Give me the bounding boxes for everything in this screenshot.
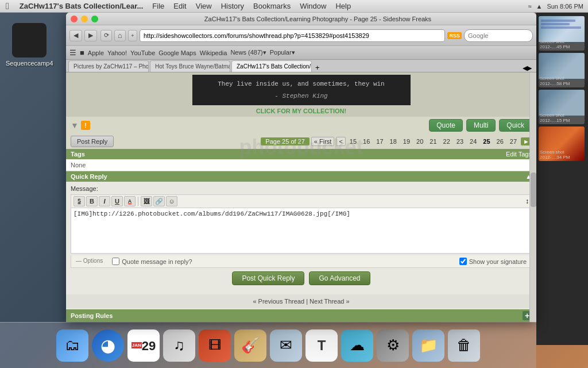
dock-typora[interactable]: T [305, 329, 338, 362]
underline-button[interactable]: U [111, 196, 123, 206]
page-22[interactable]: 22 [441, 137, 452, 145]
scrollbar[interactable] [529, 72, 536, 322]
desktop-icon-sequencecamp4[interactable]: Sequencecamp4 [6, 23, 53, 67]
bookmark-google-maps[interactable]: Google Maps [158, 49, 196, 56]
menu-help[interactable]: Help [331, 2, 355, 10]
dock-photos[interactable]: 🎞 [199, 329, 231, 362]
first-page-button[interactable]: « First [311, 137, 335, 146]
menu-window[interactable]: Window [295, 2, 331, 10]
screenshots-panel: Screen shot 2012-....45 PM Screen shot 2… [536, 13, 588, 345]
page-21[interactable]: 21 [427, 137, 439, 145]
insert-link-button[interactable]: 🔗 [153, 196, 165, 206]
dock-calendar[interactable]: JAN 29 [127, 329, 160, 362]
quote-checkbox[interactable] [112, 258, 119, 265]
font-color-button[interactable]: A [124, 196, 136, 206]
dock-garageband[interactable]: 🎸 [234, 329, 266, 362]
page-16[interactable]: 16 [361, 137, 372, 145]
prev-thread-link[interactable]: « Previous Thread [253, 298, 304, 305]
tab-hot-toys[interactable]: Hot Toys Bruce Wayne/Batman (2... [150, 60, 230, 72]
signature-checkbox[interactable] [459, 258, 467, 265]
menu-bookmarks[interactable]: Bookmarks [249, 2, 295, 10]
quick-button[interactable]: Quick [499, 119, 532, 132]
safari-icon: ◕ [100, 335, 115, 355]
page-18[interactable]: 18 [388, 137, 399, 145]
url-bar[interactable] [140, 29, 445, 42]
post-reply-button[interactable]: Post Reply [71, 136, 114, 147]
back-button[interactable]: ◀ [69, 30, 82, 41]
italic-button[interactable]: I [99, 196, 110, 206]
bookmark-yahoo[interactable]: Yahoo! [107, 49, 127, 56]
scrollbar-thumb[interactable] [531, 172, 536, 207]
page-24[interactable]: 24 [467, 137, 479, 145]
dock-downloads[interactable]: 📁 [412, 329, 444, 362]
icon-image [12, 23, 47, 57]
edit-tags-link[interactable]: Edit Tags [506, 151, 532, 158]
reload-button[interactable]: ⟳ [100, 30, 112, 41]
quote-button[interactable]: Quote [429, 119, 463, 132]
dock-itunes[interactable]: ♫ [163, 329, 195, 362]
home-button[interactable]: ⌂ [114, 30, 126, 41]
screenshot-1[interactable]: Screen shot 2012-....45 PM [539, 16, 585, 51]
prev-tab-button[interactable]: ◀ [523, 64, 527, 72]
bookmark-popular[interactable]: Popular▾ [270, 49, 295, 56]
title-bar: ZaCHw117's Bats Collection/Learning Phot… [66, 13, 536, 25]
tab-bats-collection[interactable]: ZaCHw117's Bats Collection/Lear... [231, 60, 312, 72]
page-25-current[interactable]: 25 [481, 137, 492, 145]
menu-file[interactable]: File [148, 2, 169, 10]
page-19[interactable]: 19 [401, 137, 412, 145]
bookmark-news[interactable]: News (487)▾ [230, 49, 266, 56]
page-17[interactable]: 17 [374, 137, 385, 145]
new-tab-button[interactable]: + [315, 63, 320, 72]
action-area: ▼ ! Quote Multi Quick [66, 117, 536, 134]
dock-mail[interactable]: ✉ [270, 329, 302, 362]
minimize-button[interactable] [81, 16, 88, 22]
dock-notes[interactable]: ☁ [341, 329, 373, 362]
bookmark-wikipedia[interactable]: Wikipedia [200, 49, 227, 56]
screenshot-2[interactable]: Screen shot 2012-....58 PM [539, 53, 585, 87]
dock-system-prefs[interactable]: ⚙ [377, 329, 409, 362]
insert-smilie-button[interactable]: ☺ [166, 196, 177, 206]
screenshot-3[interactable]: Screen shot 2012-....15 PM [539, 90, 585, 124]
message-textarea[interactable]: [IMG]http://i226.photobucket.com/albums/… [71, 208, 532, 254]
page-27[interactable]: 27 [508, 137, 519, 145]
prev-page-button[interactable]: < [336, 137, 345, 146]
close-button[interactable] [71, 16, 78, 22]
arrow-down-icon: ▼ [71, 121, 79, 130]
trash-icon: 🗑 [457, 336, 471, 354]
signature-checkbox-item[interactable]: Show your signature [459, 258, 527, 265]
go-advanced-button[interactable]: Go Advanced [309, 271, 370, 285]
click-collection-link[interactable]: CLICK FOR MY COLLECTION! [256, 108, 346, 114]
browser-window: ZaCHw117's Bats Collection/Learning Phot… [66, 13, 536, 322]
next-tab-button[interactable]: ▶ [527, 64, 534, 72]
page-20[interactable]: 20 [414, 137, 425, 145]
bookmark-apple[interactable]: Apple [88, 49, 104, 56]
apple-menu[interactable]:  [0, 1, 15, 12]
quote-checkbox-item[interactable]: Quote message in reply? [112, 258, 192, 265]
multi-button[interactable]: Multi [466, 119, 496, 132]
cal-month: JAN [131, 342, 142, 348]
menu-edit[interactable]: Edit [169, 2, 191, 10]
insert-image-button[interactable]: 🖼 [141, 196, 152, 206]
bold-button[interactable]: B [86, 196, 98, 206]
dock-safari[interactable]: ◕ [92, 329, 124, 362]
tab-photobucket[interactable]: Pictures by ZaCHw117 – Photobucket [68, 60, 149, 72]
screenshot-4[interactable]: Screen shot 2012-....34 PM [539, 126, 585, 161]
search-bar[interactable] [464, 29, 533, 42]
tags-content: None [66, 159, 536, 171]
forward-button[interactable]: ▶ [84, 30, 97, 41]
dock-finder[interactable]: 🗂 [56, 329, 88, 362]
bookmark-youtube[interactable]: YouTube [130, 49, 155, 56]
page-23[interactable]: 23 [454, 137, 466, 145]
menu-view[interactable]: View [191, 2, 216, 10]
next-thread-link[interactable]: Next Thread » [310, 298, 350, 305]
menu-safari[interactable]: ZaCHw117's Bats Collection/Lear... [15, 2, 148, 10]
banner-area: They live inside us, and sometimes, they… [66, 72, 536, 117]
menu-history[interactable]: History [216, 2, 249, 10]
maximize-button[interactable] [91, 16, 98, 22]
page-26[interactable]: 26 [494, 137, 506, 145]
new-tab-icon[interactable]: + [128, 30, 137, 41]
dock-trash[interactable]: 🗑 [448, 329, 480, 362]
page-15[interactable]: 15 [347, 137, 359, 145]
post-quick-reply-button[interactable]: Post Quick Reply [232, 271, 304, 285]
strikethrough-button[interactable]: S̲ [74, 196, 85, 206]
